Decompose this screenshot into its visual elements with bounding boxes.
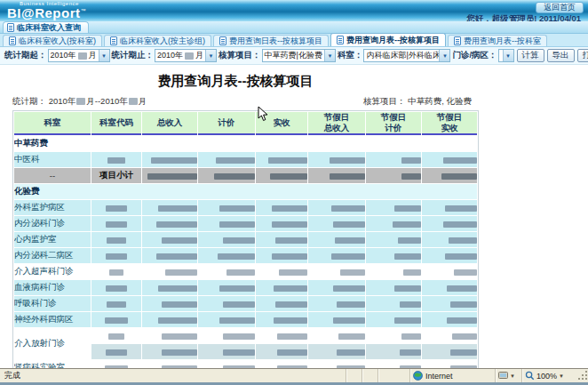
account-item-list: 中草药费, 化验费 <box>408 96 472 106</box>
primary-tab-income-query[interactable]: 临床科室收入查询 <box>3 21 89 33</box>
report-tab[interactable]: 费用查询月表--按科室 <box>448 35 547 46</box>
dept-cell: 呼吸科门诊 <box>14 296 91 311</box>
column-header: 节假日 计价 <box>366 112 421 135</box>
redacted-value <box>162 349 197 356</box>
value-cell <box>308 200 365 215</box>
value-cell <box>366 152 421 167</box>
report-tab[interactable]: 费用查询日表--按核算项目 <box>213 35 329 46</box>
value-cell <box>308 360 365 368</box>
redacted-value <box>106 253 127 260</box>
status-panel <box>377 369 409 382</box>
report-tab[interactable]: 临床科室收入(按科室) <box>3 35 102 46</box>
return-home-button[interactable]: 返回首页 <box>536 2 584 13</box>
zone-label: Internet <box>425 372 453 381</box>
dept-cell: 外科监护病区 <box>14 200 91 215</box>
dropdown-arrow-icon[interactable]: ▼ <box>324 50 335 61</box>
value-cell <box>366 168 421 183</box>
report-account-items: 核算项目： 中草药费, 化验费 <box>363 96 472 108</box>
dept-code-cell <box>91 248 141 263</box>
account-item-select[interactable]: 中草药费|化验费 ▼ <box>262 49 336 62</box>
dept-cell: 中医科 <box>14 152 91 167</box>
redacted-value <box>219 221 255 228</box>
table-row: --项目小计 <box>14 168 477 183</box>
dropdown-arrow-icon[interactable]: ▼ <box>503 50 513 61</box>
redacted-value <box>452 333 477 340</box>
clinic-ward-select[interactable]: ▼ <box>498 49 514 62</box>
redacted-value <box>151 157 197 164</box>
redacted-value <box>398 237 421 244</box>
redacted-value <box>401 173 421 180</box>
dropdown-arrow-icon[interactable]: ▼ <box>205 50 216 61</box>
protected-mode-panel[interactable]: ▼ <box>495 369 521 382</box>
group-label: 中草药费 <box>14 136 477 151</box>
redacted-value <box>450 349 477 356</box>
redacted-value <box>158 205 197 212</box>
redacted-value <box>268 157 307 164</box>
dept-cell: 内分泌科门诊 <box>14 216 91 231</box>
value-cell <box>422 328 477 343</box>
filter-toolbar: 统计期起： 2010年月 ▼ 统计期止： 2010年月 ▼ 核算项目： 中草药费… <box>0 47 588 65</box>
dropdown-arrow-icon[interactable]: ▼ <box>439 50 449 61</box>
period-part1: 2010年 <box>49 96 76 106</box>
redacted-value <box>219 205 255 212</box>
department-select[interactable]: 内科临床部|外科临床部 ▼ <box>363 49 450 62</box>
print-button[interactable]: 打印 <box>577 49 588 62</box>
dept-cell: 介入放射门诊 <box>14 328 91 359</box>
value-cell <box>142 296 197 311</box>
resize-grip[interactable] <box>576 369 588 382</box>
redacted-value <box>443 157 477 164</box>
value-cell <box>198 264 255 279</box>
report-tab[interactable]: 费用查询月表--按核算项目 <box>330 33 446 46</box>
redacted-value <box>454 269 477 276</box>
internet-zone-panel: Internet <box>409 369 495 382</box>
value-cell <box>308 216 365 231</box>
redacted-value <box>107 301 126 308</box>
filter-label-department: 科室： <box>338 50 363 61</box>
value-cell <box>256 296 307 311</box>
value-cell <box>198 344 255 359</box>
report-title: 费用查询月表--按核算项目 <box>0 73 471 90</box>
redacted-value <box>338 333 365 340</box>
redacted-value <box>106 221 127 228</box>
redacted-value <box>165 269 197 276</box>
dept-cell: 血液病科门诊 <box>14 280 91 295</box>
period-end-select[interactable]: 2010年月 ▼ <box>155 49 217 62</box>
document-icon <box>219 36 226 45</box>
value-cell <box>308 168 365 183</box>
value-cell <box>366 312 421 327</box>
primary-tab-label: 临床科室收入查询 <box>17 22 81 34</box>
period-part3: 月 <box>139 96 147 106</box>
value-cell <box>198 296 255 311</box>
value-cell <box>256 200 307 215</box>
table-row: 介入超声科门诊 <box>14 264 477 279</box>
redacted-value <box>394 253 421 260</box>
redacted-value <box>219 285 255 292</box>
redacted-value <box>216 157 255 164</box>
redacted-value <box>226 269 255 276</box>
value-cell <box>308 264 365 279</box>
report-tab[interactable]: 临床科室收入(按主诊组) <box>104 35 211 46</box>
value-cell <box>256 280 307 295</box>
value-cell <box>366 216 421 231</box>
calculate-button[interactable]: 计算 <box>517 49 544 62</box>
redacted-value <box>105 317 128 324</box>
redacted-value <box>218 253 255 260</box>
redacted-value <box>272 221 307 228</box>
redacted-value <box>449 237 477 244</box>
dept-code-cell <box>91 152 141 167</box>
tab-label: 临床科室收入(按科室) <box>19 36 96 47</box>
value-cell <box>308 232 365 247</box>
period-start-select[interactable]: 2010年月 ▼ <box>48 49 110 62</box>
value-cell <box>366 296 421 311</box>
redacted-value <box>340 269 365 276</box>
dropdown-arrow-icon[interactable]: ▼ <box>559 373 564 379</box>
zoom-panel[interactable]: 100% ▼ <box>521 369 576 382</box>
column-header: 科室 <box>14 112 91 135</box>
dropdown-arrow-icon[interactable]: ▼ <box>99 50 109 61</box>
value-cell <box>366 328 421 343</box>
dropdown-arrow-icon[interactable]: ▼ <box>510 373 515 379</box>
value-cell <box>256 168 307 183</box>
export-button[interactable]: 导出 <box>547 49 575 62</box>
period-start-value: 2010年 <box>51 50 76 61</box>
value-cell <box>308 344 365 359</box>
